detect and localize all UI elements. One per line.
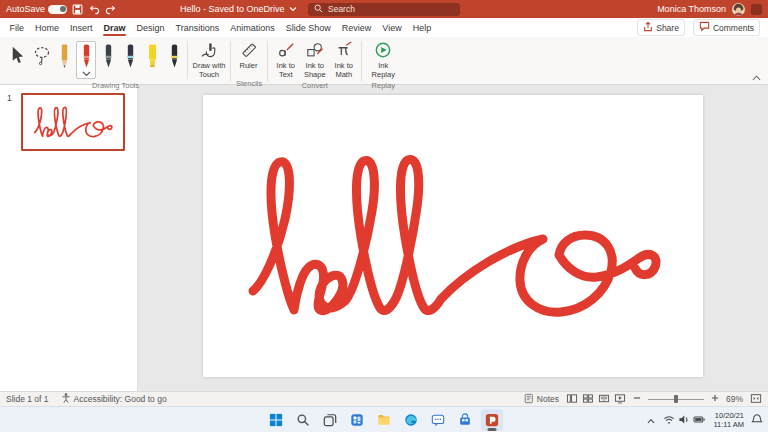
fit-slide-button[interactable] bbox=[750, 393, 762, 406]
select-tool[interactable] bbox=[4, 39, 29, 73]
ink-to-text-icon bbox=[277, 41, 295, 61]
ink-replay-button[interactable]: Ink Replay bbox=[365, 39, 401, 81]
volume-icon bbox=[678, 411, 690, 429]
search-icon bbox=[314, 4, 323, 15]
group-drawing-tools: Draw with Touch Drawing Tools bbox=[4, 39, 227, 84]
user-name[interactable]: Monica Thomson bbox=[657, 4, 726, 14]
ink-drawing-hello bbox=[203, 95, 703, 377]
group-label-replay: Replay bbox=[365, 81, 401, 92]
zoom-in-button[interactable] bbox=[711, 394, 719, 404]
pen-galaxy-tool[interactable] bbox=[120, 41, 140, 73]
pen-red-tool[interactable] bbox=[76, 41, 96, 79]
slides-panel: 1 bbox=[0, 85, 138, 391]
powerpoint-window: AutoSave Hello - Saved to OneDrive Searc… bbox=[0, 0, 768, 432]
taskbar-powerpoint-icon[interactable] bbox=[481, 409, 503, 431]
taskbar-task-view-icon[interactable] bbox=[319, 409, 341, 431]
notes-button[interactable]: Notes bbox=[524, 393, 559, 406]
autosave-toggle[interactable]: AutoSave bbox=[6, 4, 67, 14]
comment-icon bbox=[699, 21, 710, 34]
group-stencils: Ruler Stencils bbox=[234, 39, 264, 84]
normal-view-button[interactable] bbox=[566, 393, 578, 406]
system-tray-icons[interactable] bbox=[663, 411, 706, 429]
taskbar-start-icon[interactable] bbox=[265, 409, 287, 431]
slideshow-view-button[interactable] bbox=[614, 393, 626, 406]
group-label-stencils: Stencils bbox=[234, 79, 264, 90]
tab-insert[interactable]: Insert bbox=[65, 18, 99, 37]
pencil-tool[interactable] bbox=[54, 41, 74, 73]
collapse-ribbon-icon[interactable] bbox=[752, 75, 761, 81]
slide-thumbnail[interactable] bbox=[21, 93, 125, 151]
ruler-icon bbox=[240, 41, 258, 61]
ruler-label: Ruler bbox=[240, 62, 258, 70]
pen-dark-tool[interactable] bbox=[164, 41, 184, 73]
ribbon-tab-bar: FileHomeInsertDrawDesignTransitionsAnima… bbox=[0, 18, 768, 37]
tab-design[interactable]: Design bbox=[131, 18, 170, 37]
tab-file[interactable]: File bbox=[4, 18, 30, 37]
zoom-level[interactable]: 69% bbox=[726, 394, 743, 404]
taskbar-store-icon[interactable] bbox=[454, 409, 476, 431]
zoom-slider[interactable] bbox=[648, 394, 704, 404]
draw-with-touch-button[interactable]: Draw with Touch bbox=[191, 39, 227, 81]
search-box[interactable]: Search bbox=[308, 3, 460, 16]
group-convert: Ink to Text Ink to Shape Ink to Math Con… bbox=[271, 39, 358, 84]
editor-canvas bbox=[138, 85, 768, 391]
autosave-switch-icon[interactable] bbox=[48, 5, 67, 14]
avatar[interactable] bbox=[732, 3, 745, 16]
share-label: Share bbox=[656, 23, 679, 33]
tab-home[interactable]: Home bbox=[30, 18, 65, 37]
status-bar: Slide 1 of 1 Accessibility: Good to go N… bbox=[0, 391, 768, 406]
search-placeholder: Search bbox=[328, 4, 355, 14]
tray-chevron-up-icon[interactable] bbox=[646, 411, 656, 429]
accessibility-label: Accessibility: Good to go bbox=[74, 394, 167, 404]
accessibility-status[interactable]: Accessibility: Good to go bbox=[61, 392, 167, 406]
ink-to-text-button[interactable]: Ink to Text bbox=[271, 39, 300, 81]
share-button[interactable]: Share bbox=[637, 19, 685, 36]
pen-black-tool[interactable] bbox=[98, 41, 118, 73]
taskbar-widgets-icon[interactable] bbox=[346, 409, 368, 431]
highlighter-yellow-tool[interactable] bbox=[142, 41, 162, 73]
save-icon[interactable] bbox=[72, 4, 83, 15]
tab-draw[interactable]: Draw bbox=[98, 18, 131, 37]
chevron-down-icon[interactable] bbox=[82, 71, 91, 77]
tab-view[interactable]: View bbox=[377, 18, 407, 37]
autosave-label: AutoSave bbox=[6, 4, 45, 14]
battery-icon bbox=[693, 411, 706, 429]
main-area: 1 bbox=[0, 85, 768, 391]
zoom-out-button[interactable] bbox=[633, 394, 641, 404]
touch-icon bbox=[200, 41, 218, 61]
tab-transitions[interactable]: Transitions bbox=[170, 18, 225, 37]
comments-label: Comments bbox=[713, 23, 754, 33]
notes-icon bbox=[524, 393, 534, 406]
redo-icon[interactable] bbox=[105, 4, 117, 15]
taskbar-edge-icon[interactable] bbox=[400, 409, 422, 431]
ribbon: Draw with Touch Drawing Tools Ruler Sten… bbox=[0, 37, 768, 85]
taskbar-search-icon[interactable] bbox=[292, 409, 314, 431]
reading-view-button[interactable] bbox=[598, 393, 610, 406]
comments-button[interactable]: Comments bbox=[693, 19, 760, 36]
tab-slide-show[interactable]: Slide Show bbox=[280, 18, 336, 37]
slide-canvas[interactable] bbox=[203, 95, 703, 377]
undo-icon[interactable] bbox=[88, 4, 100, 15]
window-control-icon[interactable] bbox=[751, 4, 762, 15]
document-title[interactable]: Hello - Saved to OneDrive bbox=[180, 4, 297, 14]
notes-label: Notes bbox=[537, 394, 559, 404]
tab-help[interactable]: Help bbox=[407, 18, 437, 37]
clock-line-2: 11:11 AM bbox=[713, 420, 744, 429]
ink-to-shape-button[interactable]: Ink to Shape bbox=[300, 39, 329, 81]
ink-to-math-button[interactable]: Ink to Math bbox=[329, 39, 358, 81]
ruler-button[interactable]: Ruler bbox=[234, 39, 263, 79]
taskbar-clock[interactable]: 10/20/21 11:11 AM bbox=[713, 411, 744, 429]
titlebar: AutoSave Hello - Saved to OneDrive Searc… bbox=[0, 0, 768, 18]
taskbar-file-explorer-icon[interactable] bbox=[373, 409, 395, 431]
zoom-slider-handle[interactable] bbox=[674, 395, 678, 403]
slide-counter[interactable]: Slide 1 of 1 bbox=[6, 394, 49, 404]
tab-animations[interactable]: Animations bbox=[225, 18, 281, 37]
accessibility-icon bbox=[61, 392, 71, 406]
taskbar-chat-icon[interactable] bbox=[427, 409, 449, 431]
notification-bell-icon[interactable] bbox=[751, 411, 763, 429]
lasso-select-tool[interactable] bbox=[29, 39, 54, 73]
ink-to-shape-label: Ink to Shape bbox=[301, 62, 328, 79]
ink-to-text-label: Ink to Text bbox=[272, 62, 299, 79]
slide-sorter-view-button[interactable] bbox=[582, 393, 594, 406]
tab-review[interactable]: Review bbox=[336, 18, 377, 37]
